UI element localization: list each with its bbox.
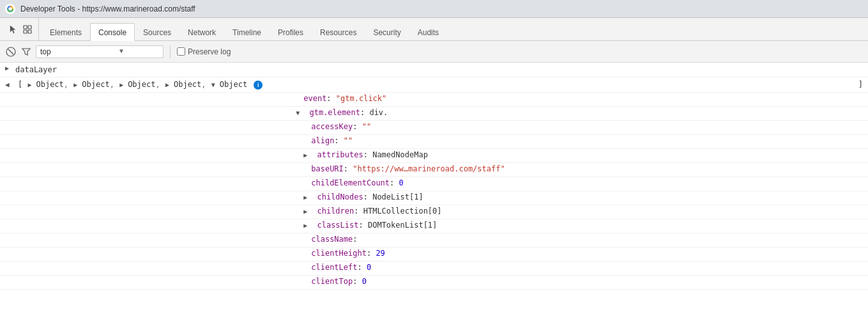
tree-line-childnodes: childNodes: NodeList[1]	[0, 191, 868, 205]
obj1-expand[interactable]	[27, 79, 35, 91]
tree-line-clienttop: clientTop: 0	[0, 276, 868, 290]
tree-line-classlist: classList: DOMTokenList[1]	[0, 219, 868, 233]
obj4-expand[interactable]	[165, 79, 173, 91]
console-entry-datalayer: ▶ dataLayer	[0, 63, 868, 77]
classlist-expand[interactable]	[303, 220, 311, 232]
preserve-log-checkbox[interactable]	[177, 47, 185, 56]
datalayer-label: dataLayer	[15, 64, 863, 75]
tab-bar: Elements Console Sources Network Timelin…	[0, 18, 868, 41]
preserve-log-label[interactable]: Preserve log	[188, 47, 231, 56]
chrome-icon	[5, 4, 15, 14]
svg-rect-4	[24, 30, 27, 33]
obj2-expand[interactable]	[73, 79, 81, 91]
childnodes-expand[interactable]	[303, 192, 311, 203]
console-entry-array: ◀ [ Object, Object, Object, Object, Obje…	[0, 77, 868, 93]
array-objects-row: [ Object, Object, Object, Object, Object…	[18, 79, 863, 91]
tab-profiles[interactable]: Profiles	[270, 23, 312, 41]
tree-line-childelementcount: childElementCount: 0	[0, 177, 868, 191]
tree-line-classname: className:	[0, 233, 868, 248]
inspect-icon[interactable]	[22, 24, 33, 35]
clear-console-icon[interactable]	[5, 46, 17, 58]
tree-line-event: event: "gtm.click"	[0, 93, 868, 107]
tab-sources[interactable]: Sources	[135, 23, 179, 41]
title-bar-text: Developer Tools - https://www.marineroad…	[20, 4, 195, 13]
tree-line-children: children: HTMLCollection[0]	[0, 205, 868, 219]
attributes-expand[interactable]	[303, 150, 311, 161]
devtools-icons	[3, 18, 39, 40]
tab-timeline[interactable]: Timeline	[224, 23, 270, 41]
tree-line-attributes: attributes: NamedNodeMap	[0, 149, 868, 163]
datalayer-expand-arrow[interactable]: ▶	[5, 64, 13, 72]
svg-rect-3	[28, 26, 31, 29]
tab-elements[interactable]: Elements	[42, 23, 90, 41]
tab-security[interactable]: Security	[365, 23, 409, 41]
obj5-expand[interactable]	[211, 79, 219, 91]
toolbar-separator	[170, 45, 171, 58]
tab-audits[interactable]: Audits	[409, 23, 447, 41]
filter-input-container[interactable]: ▼	[36, 45, 164, 58]
svg-point-1	[9, 7, 12, 10]
tree-line-accesskey: accessKey: ""	[0, 121, 868, 135]
children-expand[interactable]	[303, 206, 311, 217]
gtm-element-expand[interactable]	[296, 107, 303, 119]
tab-console[interactable]: Console	[90, 23, 135, 41]
dropdown-arrow-icon[interactable]: ▼	[119, 48, 123, 55]
preserve-log-container[interactable]: Preserve log	[177, 47, 231, 56]
tab-resources[interactable]: Resources	[312, 23, 365, 41]
filter-input[interactable]	[40, 47, 117, 56]
object-info-icon[interactable]: i	[254, 81, 263, 90]
svg-marker-8	[22, 49, 30, 55]
tree-line-align: align: ""	[0, 135, 868, 149]
tree-line-clientheight: clientHeight: 29	[0, 248, 868, 262]
svg-rect-5	[28, 30, 31, 33]
console-toolbar: ▼ Preserve log	[0, 41, 868, 63]
closing-bracket: ]	[858, 79, 863, 90]
console-area: ▶ dataLayer ◀ [ Object, Object, Object, …	[0, 63, 868, 330]
tab-network[interactable]: Network	[179, 23, 224, 41]
filter-icon[interactable]	[20, 46, 32, 58]
left-arrow-prefix: ◀	[5, 81, 17, 89]
tree-line-baseuri: baseURI: "https://ww…marineroad.com/staf…	[0, 163, 868, 177]
tree-line-gtm-element: gtm.element: div.	[0, 107, 868, 121]
svg-line-7	[8, 49, 13, 54]
title-bar: Developer Tools - https://www.marineroad…	[0, 0, 868, 18]
obj3-expand[interactable]	[119, 79, 127, 91]
cursor-icon[interactable]	[8, 24, 19, 35]
tree-line-clientleft: clientLeft: 0	[0, 262, 868, 276]
svg-rect-2	[24, 26, 27, 29]
